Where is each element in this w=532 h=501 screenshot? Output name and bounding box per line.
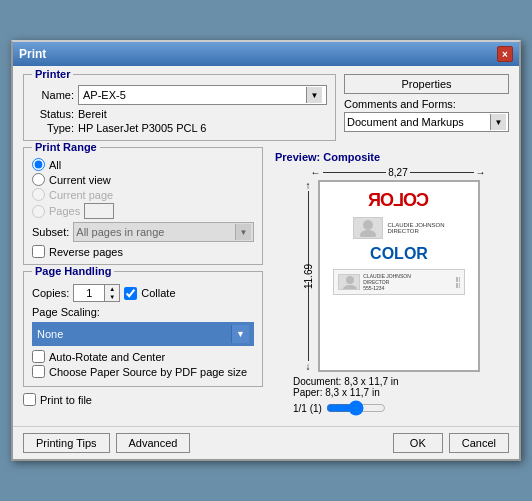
- printer-name-select[interactable]: AP-EX-5 ▼: [78, 85, 327, 105]
- pages-label: Pages: [49, 205, 80, 217]
- pages-radio-row: Pages: [32, 203, 254, 219]
- preview-card-side: ||||||: [456, 276, 460, 288]
- right-panel: Preview: Composite ← 8,27 →: [271, 147, 509, 418]
- subset-select[interactable]: All pages in range ▼: [73, 222, 254, 242]
- current-view-label: Current view: [49, 174, 111, 186]
- status-label: Status:: [32, 108, 74, 120]
- preview-canvas: COLOR CLAUDIE JOHNSONDIRECTOR: [318, 180, 480, 372]
- print-range-options: All Current view Current page Pages: [32, 158, 254, 258]
- bottom-left-buttons: Printing Tips Advanced: [23, 433, 190, 453]
- preview-name-text: CLAUDIE JOHNSONDIRECTOR: [387, 222, 444, 234]
- printer-name-arrow[interactable]: ▼: [306, 87, 322, 103]
- preview-card-text: CLAUDIE JOHNSONDIRECTOR555-1234: [363, 273, 411, 291]
- pages-input[interactable]: [84, 203, 114, 219]
- cancel-button[interactable]: Cancel: [449, 433, 509, 453]
- close-icon: ×: [502, 49, 508, 60]
- preview-avatar: [353, 217, 383, 239]
- subset-label: Subset:: [32, 226, 69, 238]
- copies-label: Copies:: [32, 287, 69, 299]
- preview-doc-content: COLOR CLAUDIE JOHNSONDIRECTOR: [320, 182, 478, 370]
- copies-up[interactable]: ▲: [105, 285, 119, 293]
- choose-paper-row: Choose Paper Source by PDF page size: [32, 365, 254, 378]
- print-range-section: Print Range All Current view Current: [23, 147, 263, 265]
- preview-layout: ← 8,27 → ↑ 11.69: [275, 167, 505, 372]
- auto-rotate-checkbox[interactable]: [32, 350, 45, 363]
- comments-forms-value: Document and Markups: [347, 116, 464, 128]
- current-view-radio[interactable]: [32, 173, 45, 186]
- collate-label: Collate: [141, 287, 175, 299]
- bottom-right-buttons: OK Cancel: [393, 433, 509, 453]
- reverse-pages-row: Reverse pages: [32, 245, 254, 258]
- page-nav-text: 1/1 (1): [293, 403, 322, 414]
- current-page-label: Current page: [49, 189, 113, 201]
- type-value: HP LaserJet P3005 PCL 6: [78, 122, 206, 134]
- page-handling-content: Copies: ▲ ▼ Collate: [32, 284, 254, 378]
- preview-section: Preview: Composite ← 8,27 →: [271, 147, 509, 418]
- titlebar: Print ×: [13, 42, 519, 66]
- print-range-label: Print Range: [32, 141, 100, 153]
- dialog-title: Print: [19, 47, 46, 61]
- printing-tips-button[interactable]: Printing Tips: [23, 433, 110, 453]
- page-scaling-value: None: [37, 328, 63, 340]
- preview-avatar-row: CLAUDIE JOHNSONDIRECTOR: [353, 217, 444, 239]
- paper-info: Paper: 8,3 x 11,7 in: [293, 387, 505, 398]
- properties-button[interactable]: Properties: [344, 74, 509, 94]
- status-value: Bereit: [78, 108, 107, 120]
- top-section: Printer Name: AP-EX-5 ▼ Status: Bereit T…: [23, 74, 509, 141]
- printer-section: Printer Name: AP-EX-5 ▼ Status: Bereit T…: [23, 74, 336, 141]
- print-to-file-label: Print to file: [40, 394, 92, 406]
- reverse-pages-label: Reverse pages: [49, 246, 123, 258]
- page-scaling-arrow[interactable]: ▼: [231, 325, 249, 343]
- preview-text-1: COLOR: [369, 190, 429, 211]
- page-scaling-label: Page Scaling:: [32, 306, 100, 318]
- subset-value: All pages in range: [76, 226, 164, 238]
- doc-info: Document: 8,3 x 11,7 in Paper: 8,3 x 11,…: [293, 376, 505, 398]
- all-radio[interactable]: [32, 158, 45, 171]
- canvas-row: ↑ 11.69 ↓ COLOR: [300, 180, 480, 372]
- scaling-select-row: None ▼: [32, 322, 254, 346]
- preview-label: Preview: Composite: [275, 151, 505, 163]
- printer-name-value: AP-EX-5: [83, 89, 126, 101]
- pages-radio[interactable]: [32, 205, 45, 218]
- right-top-section: Properties Comments and Forms: Document …: [344, 74, 509, 141]
- copies-input[interactable]: [73, 284, 105, 302]
- copies-row: Copies: ▲ ▼ Collate: [32, 284, 254, 302]
- ok-button[interactable]: OK: [393, 433, 443, 453]
- name-label: Name:: [32, 89, 74, 101]
- page-scaling-select[interactable]: None ▼: [32, 322, 254, 346]
- copies-down[interactable]: ▼: [105, 293, 119, 301]
- close-button[interactable]: ×: [497, 46, 513, 62]
- type-label: Type:: [32, 122, 74, 134]
- print-to-file-row: Print to file: [23, 393, 263, 406]
- printer-name-row: Name: AP-EX-5 ▼: [32, 85, 327, 105]
- comments-forms-arrow[interactable]: ▼: [490, 114, 506, 130]
- printer-section-label: Printer: [32, 68, 73, 80]
- main-layout: Print Range All Current view Current: [23, 147, 509, 418]
- auto-rotate-label: Auto-Rotate and Center: [49, 351, 165, 363]
- printer-type-row: Type: HP LaserJet P3005 PCL 6: [32, 122, 327, 134]
- copies-spinner: ▲ ▼: [104, 284, 120, 302]
- current-page-radio[interactable]: [32, 188, 45, 201]
- copies-input-group: ▲ ▼: [73, 284, 120, 302]
- dialog-body: Printer Name: AP-EX-5 ▼ Status: Bereit T…: [13, 66, 519, 426]
- all-label: All: [49, 159, 61, 171]
- reverse-pages-checkbox[interactable]: [32, 245, 45, 258]
- page-handling-section-label: Page Handling: [32, 265, 114, 277]
- subset-row: Subset: All pages in range ▼: [32, 222, 254, 242]
- print-dialog: Print × Printer Name: AP-EX-5 ▼ Status:: [11, 40, 521, 461]
- left-panel: Print Range All Current view Current: [23, 147, 263, 418]
- print-to-file-checkbox[interactable]: [23, 393, 36, 406]
- scaling-row: Page Scaling:: [32, 306, 254, 318]
- svg-point-0: [363, 220, 373, 230]
- svg-point-1: [360, 230, 376, 237]
- top-dim-row: ← 8,27 →: [311, 167, 486, 178]
- svg-point-2: [346, 276, 354, 284]
- comments-forms-select[interactable]: Document and Markups ▼: [344, 112, 509, 132]
- collate-checkbox[interactable]: [124, 287, 137, 300]
- svg-point-3: [343, 285, 357, 290]
- vertical-dim: ↑ 11.69 ↓: [300, 180, 316, 372]
- choose-paper-checkbox[interactable]: [32, 365, 45, 378]
- advanced-button[interactable]: Advanced: [116, 433, 191, 453]
- page-nav-slider[interactable]: [326, 402, 386, 414]
- subset-arrow[interactable]: ▼: [235, 224, 251, 240]
